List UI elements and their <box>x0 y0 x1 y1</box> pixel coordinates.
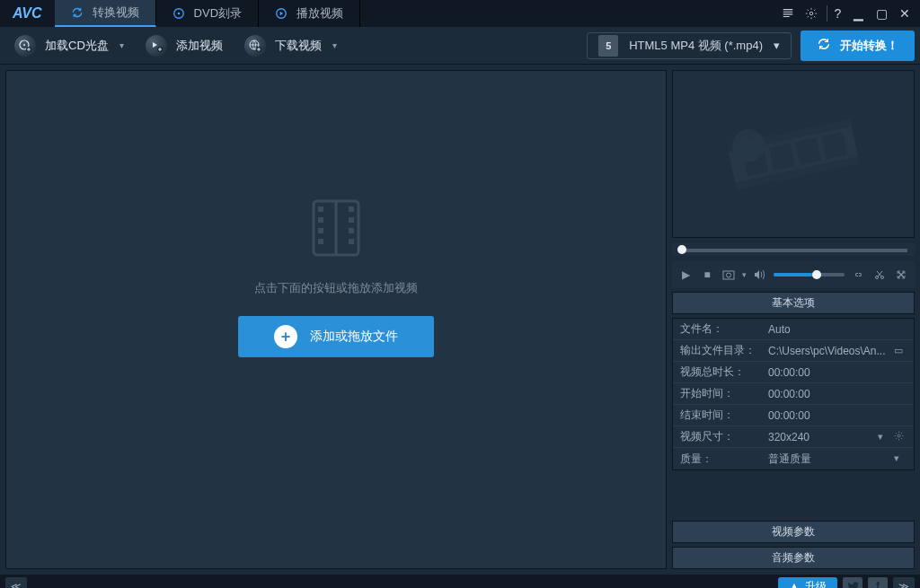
tab-label: 转换视频 <box>93 4 139 21</box>
preview-area <box>672 70 915 238</box>
play-button[interactable]: ▶ <box>677 267 694 283</box>
output-format-selector[interactable]: 5 HTML5 MP4 视频 (*.mp4) ▾ <box>587 32 792 59</box>
refresh-icon <box>71 6 84 19</box>
svg-rect-18 <box>349 228 354 233</box>
svg-rect-13 <box>318 217 323 223</box>
button-label: 开始转换！ <box>840 38 898 54</box>
svg-rect-16 <box>349 206 354 212</box>
list-icon[interactable] <box>780 5 796 22</box>
volume-icon[interactable] <box>752 267 768 283</box>
maximize-button[interactable]: ▢ <box>873 5 889 22</box>
svg-point-3 <box>809 12 813 15</box>
gear-icon[interactable] <box>894 431 907 443</box>
chevron-down-icon[interactable]: ▾ <box>894 452 907 465</box>
up-arrow-icon: ▲ <box>789 580 800 588</box>
video-params-header[interactable]: 视频参数 <box>672 521 915 543</box>
snapshot-button[interactable] <box>721 267 737 283</box>
button-label: 升级 <box>805 579 827 589</box>
minimize-button[interactable]: ▁ <box>850 5 866 22</box>
status-bar: ≪ ▲ 升级 f ≫ <box>0 575 920 588</box>
preview-controls: ▶ ■ ▾ <box>672 261 915 288</box>
main-area: 点击下面的按钮或拖放添加视频 + 添加或拖放文件 <box>0 65 920 575</box>
link-icon[interactable] <box>850 267 866 283</box>
right-panel: ▶ ■ ▾ 基本选项 文件名： Auto 输出文件目录： C:\Users\pc… <box>672 70 915 569</box>
basic-options-header[interactable]: 基本选项 <box>672 292 915 314</box>
svg-point-1 <box>177 13 180 15</box>
globe-plus-icon <box>244 35 266 57</box>
title-bar: AVC 转换视频 DVD刻录 播放视频 ? ▁ ▢ ✕ <box>0 0 920 27</box>
preview-scrubber[interactable] <box>672 243 915 256</box>
tab-label: 播放视频 <box>296 5 343 22</box>
audio-params-header[interactable]: 音频参数 <box>672 547 915 569</box>
film-strip-icon <box>712 101 874 208</box>
prop-filename: 文件名： Auto <box>673 319 914 340</box>
tab-label: DVD刻录 <box>194 5 242 22</box>
svg-rect-14 <box>318 228 323 233</box>
prop-video-size: 视频尺寸： 320x240 ▾ <box>673 426 914 448</box>
disc-icon <box>172 7 185 20</box>
plus-icon: + <box>274 325 297 348</box>
svg-point-29 <box>727 273 731 277</box>
drop-hint: 点击下面的按钮或拖放添加视频 <box>254 280 418 296</box>
prop-output-dir: 输出文件目录： C:\Users\pc\Videos\An... ▭ <box>673 340 914 362</box>
button-label: 下载视频 <box>275 38 322 54</box>
add-files-button[interactable]: + 添加或拖放文件 <box>238 316 434 357</box>
collapse-left-button[interactable]: ≪ <box>5 577 27 588</box>
prop-duration: 视频总时长： 00:00:00 <box>673 362 914 383</box>
tab-play[interactable]: 播放视频 <box>259 0 360 27</box>
start-convert-button[interactable]: 开始转换！ <box>801 31 915 61</box>
close-button[interactable]: ✕ <box>897 5 913 22</box>
prop-end-time: 结束时间： 00:00:00 <box>673 405 914 426</box>
download-video-button[interactable]: 下载视频 ▾ <box>235 31 346 61</box>
volume-knob[interactable] <box>812 270 821 279</box>
chevron-down-icon[interactable]: ▾ <box>742 270 747 279</box>
cd-plus-icon <box>14 35 36 57</box>
video-plus-icon <box>146 35 167 57</box>
window-controls: ? ▁ ▢ ✕ <box>780 5 920 22</box>
tab-dvd[interactable]: DVD刻录 <box>156 0 259 27</box>
help-icon[interactable]: ? <box>827 5 843 22</box>
chevron-down-icon: ▾ <box>774 39 780 52</box>
expand-right-button[interactable]: ≫ <box>893 577 915 588</box>
crop-icon[interactable] <box>893 267 909 283</box>
prop-start-time: 开始时间： 00:00:00 <box>673 383 914 405</box>
svg-rect-19 <box>349 239 354 244</box>
button-label: 添加或拖放文件 <box>310 329 398 345</box>
facebook-icon[interactable]: f <box>868 577 888 588</box>
load-cd-button[interactable]: 加载CD光盘 ▾ <box>5 31 133 61</box>
scrubber-knob[interactable] <box>677 245 686 254</box>
browse-icon[interactable]: ▭ <box>894 345 907 357</box>
refresh-icon <box>817 37 831 54</box>
stop-button[interactable]: ■ <box>699 267 715 283</box>
html5-icon: 5 <box>598 35 618 57</box>
chevron-down-icon: ▾ <box>119 40 124 50</box>
button-label: 添加视频 <box>176 38 223 54</box>
chevron-down-icon[interactable]: ▾ <box>878 431 890 443</box>
format-label: HTML5 MP4 视频 (*.mp4) <box>629 38 763 54</box>
svg-rect-17 <box>349 217 354 223</box>
play-icon <box>275 7 288 20</box>
button-label: 加载CD光盘 <box>45 38 109 54</box>
prop-quality: 质量： 普通质量 ▾ <box>673 448 914 470</box>
toolbar: 加载CD光盘 ▾ 添加视频 下载视频 ▾ 5 HTML5 MP4 视频 (*.m… <box>0 27 920 65</box>
cut-icon[interactable] <box>871 267 888 283</box>
upgrade-button[interactable]: ▲ 升级 <box>778 577 837 589</box>
tab-convert[interactable]: 转换视频 <box>55 0 156 27</box>
svg-rect-12 <box>318 206 323 212</box>
film-icon <box>300 192 372 264</box>
svg-point-32 <box>898 434 900 437</box>
twitter-icon[interactable] <box>843 577 862 588</box>
drop-zone[interactable]: 点击下面的按钮或拖放添加视频 + 添加或拖放文件 <box>5 70 667 569</box>
chevron-down-icon: ▾ <box>332 40 337 50</box>
basic-options-table: 文件名： Auto 输出文件目录： C:\Users\pc\Videos\An.… <box>672 318 915 470</box>
add-video-button[interactable]: 添加视频 <box>137 31 232 61</box>
svg-point-5 <box>23 44 25 46</box>
svg-rect-15 <box>318 239 323 244</box>
svg-rect-28 <box>723 271 734 279</box>
main-tabs: 转换视频 DVD刻录 播放视频 <box>55 0 780 27</box>
volume-slider[interactable] <box>774 273 845 276</box>
svg-point-27 <box>732 129 765 162</box>
settings-icon[interactable] <box>803 5 819 22</box>
app-logo: AVC <box>0 5 55 22</box>
